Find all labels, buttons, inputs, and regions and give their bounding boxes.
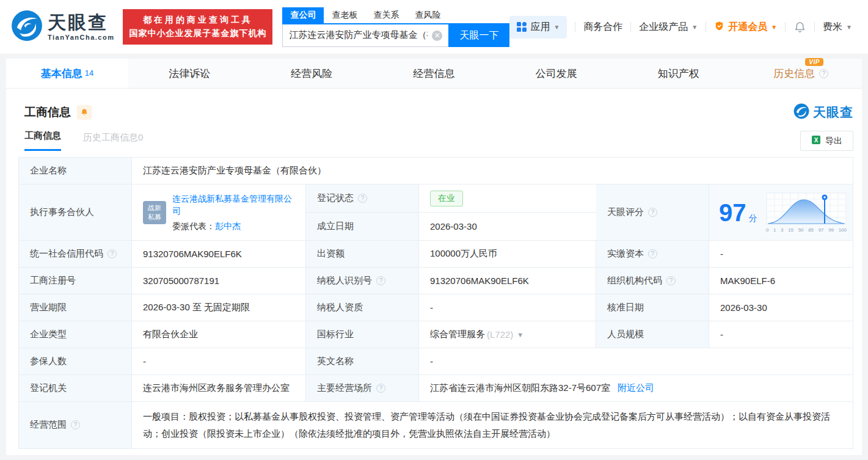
table-row: 参保人数 - 英文名称 - [19, 348, 853, 375]
tab-label: 经营信息 [413, 67, 454, 81]
field-label-industry: 国标行业 [306, 321, 419, 348]
chevron-down-icon: ▼ [771, 24, 777, 31]
vip-crown-icon [714, 21, 724, 34]
establish-date-value: 2026-03-30 [419, 213, 596, 240]
tianyancha-logo[interactable]: 天眼查 TianYanCha.com [11, 10, 114, 44]
user-menu[interactable]: 费米 ▼ [823, 21, 852, 34]
tab-label: 法律诉讼 [169, 67, 210, 81]
insured-count-value: - [132, 348, 306, 374]
field-label-reg-authority: 登记机关 [19, 375, 132, 401]
address-text: 江苏省连云港市海州区朝阳东路32-7号607室 [430, 382, 610, 394]
table-row: 成立日期 2026-03-30 [306, 213, 596, 240]
search-tab-relation[interactable]: 查关系 [365, 7, 407, 23]
open-vip-menu[interactable]: 开通会员 ▼ [714, 21, 777, 34]
search-tab-boss[interactable]: 查老板 [324, 7, 365, 23]
taxpayer-id-value: 91320706MAK90ELF6K [419, 268, 596, 294]
reg-number-value: 320705000787191 [132, 268, 306, 294]
partner-avatar[interactable]: 战新 私募 [143, 201, 166, 224]
help-icon[interactable]: ? [108, 249, 117, 258]
tab-label: 公司发展 [536, 67, 577, 81]
divider [814, 22, 815, 32]
partner-company-link[interactable]: 连云港战新私募基金管理有限公司 [172, 192, 297, 217]
field-label-english-name: 英文名称 [306, 348, 419, 374]
field-label-org-code: 组织机构代码? [596, 268, 709, 294]
field-label-business-scope: 经营范围? [19, 402, 132, 448]
tab-operation-info[interactable]: 经营信息 [373, 59, 495, 88]
export-button[interactable]: X 导出 [800, 131, 853, 151]
help-icon[interactable]: ? [376, 384, 385, 393]
tab-legal-litigation[interactable]: 法律诉讼 [128, 59, 250, 88]
staff-size-value: - [709, 321, 853, 348]
tab-label: 知识产权 [658, 67, 699, 81]
divider [706, 22, 706, 32]
field-label-text: 登记状态 [317, 192, 354, 204]
org-code-value: MAK90ELF-6 [709, 268, 853, 294]
reg-authority-value: 连云港市海州区政务服务管理办公室 [132, 375, 306, 401]
search-tabs: 查公司 查老板 查关系 查风险 [282, 7, 509, 24]
field-label-taxpayer-quality: 纳税人资质 [306, 294, 419, 321]
help-icon[interactable]: ? [376, 276, 385, 285]
status-badge: 在业 [430, 191, 463, 206]
field-label-taxpayer-id: 纳税人识别号? [306, 268, 419, 294]
search-tab-company[interactable]: 查公司 [282, 7, 324, 23]
industry-code: (L722) [487, 329, 513, 340]
field-label-tianyan-score: 天眼评分 ? [596, 184, 709, 240]
score-unit: 分 [749, 213, 757, 223]
search-input[interactable] [282, 24, 448, 47]
help-icon[interactable]: ? [358, 194, 367, 203]
monitor-bell-icon[interactable] [77, 105, 92, 120]
svg-text:X: X [814, 137, 819, 144]
field-label-capital: 出资额 [306, 241, 419, 267]
delegate-rep-link[interactable]: 彭中杰 [215, 221, 241, 231]
credit-code-value: 91320706MAK90ELF6K [132, 241, 306, 267]
approval-date-value: 2026-03-30 [709, 294, 853, 321]
business-info-table: 企业名称 江苏连云港安防产业专项母基金（有限合伙） 执行事务合伙人 战新 私募 … [18, 157, 853, 449]
slogan-line2: 国家中小企业发展子基金旗下机构 [129, 27, 266, 40]
score-distribution-chart: 01 315 5085 9799 100 [766, 192, 847, 233]
search-button[interactable]: 天眼一下 [448, 24, 509, 47]
export-label: 导出 [825, 136, 842, 147]
divider [785, 22, 786, 32]
tab-operation-risk[interactable]: 经营风险 [250, 59, 373, 88]
subtab-business-info[interactable]: 工商信息 [24, 130, 61, 151]
business-term-value: 2026-03-30 至 无固定期限 [132, 294, 306, 321]
delegate-rep-label: 委派代表： [172, 221, 215, 231]
table-row: 经营范围? 一般项目：股权投资；以私募基金从事股权投资、投资管理、资产管理等活动… [19, 402, 853, 448]
field-label-reg-number: 工商注册号 [19, 268, 132, 294]
clear-search-icon[interactable]: ✕ [432, 31, 442, 41]
field-label-company-type: 企业类型 [19, 321, 132, 348]
subtab-history-business-info[interactable]: 历史工商信息0 [83, 132, 143, 151]
search-tab-risk[interactable]: 查风险 [407, 7, 448, 23]
table-row: 登记机关 连云港市海州区政务服务管理办公室 主要经营场所? 江苏省连云港市海州区… [19, 375, 853, 402]
apps-menu[interactable]: 应用 ▼ [509, 16, 567, 38]
nearby-companies-link[interactable]: 附近公司 [618, 382, 654, 394]
company-type-value: 有限合伙企业 [132, 321, 306, 348]
tab-intellectual-property[interactable]: 知识产权 [618, 59, 740, 88]
section-brand-logo: 天眼查 [793, 103, 853, 122]
business-cooperation-link[interactable]: 商务合作 [583, 21, 622, 34]
help-icon[interactable]: ? [819, 69, 828, 78]
top-nav: 应用 ▼ 商务合作 企业级产品 ▼ 开通会员 ▼ 费米 ▼ [509, 16, 852, 38]
field-label-approval-date: 核准日期 [596, 294, 709, 321]
paid-capital-value: - [709, 241, 853, 267]
field-label-business-term: 营业期限 [19, 294, 132, 321]
industry-expand-chevron-icon[interactable]: ▼ [517, 331, 523, 338]
enterprise-product-menu[interactable]: 企业级产品 ▼ [639, 21, 698, 34]
tab-history-info[interactable]: 历史信息 VIP ? [740, 59, 862, 88]
capital-value: 100000万人民币 [419, 241, 596, 267]
english-name-value: - [419, 348, 853, 374]
section-title: 工商信息 [24, 104, 71, 120]
tab-company-development[interactable]: 公司发展 [495, 59, 618, 88]
field-label-paid-capital: 实缴资本? [596, 241, 709, 267]
basic-info-section: 工商信息 天眼查 工商信息 历史工商信息0 [6, 103, 862, 455]
field-label-establish-date: 成立日期 [306, 213, 419, 240]
vip-badge: VIP [805, 58, 823, 66]
tab-label: 经营风险 [291, 67, 332, 81]
help-icon[interactable]: ? [648, 249, 657, 258]
table-row: 企业类型 有限合伙企业 国标行业 综合管理服务 (L722) ▼ 人员规模 - [19, 321, 853, 348]
notification-bell-icon[interactable] [793, 21, 806, 34]
tab-basic-info[interactable]: 基本信息 14 [6, 59, 128, 88]
help-icon[interactable]: ? [648, 208, 657, 217]
help-icon[interactable]: ? [666, 276, 676, 285]
help-icon[interactable]: ? [71, 420, 80, 429]
